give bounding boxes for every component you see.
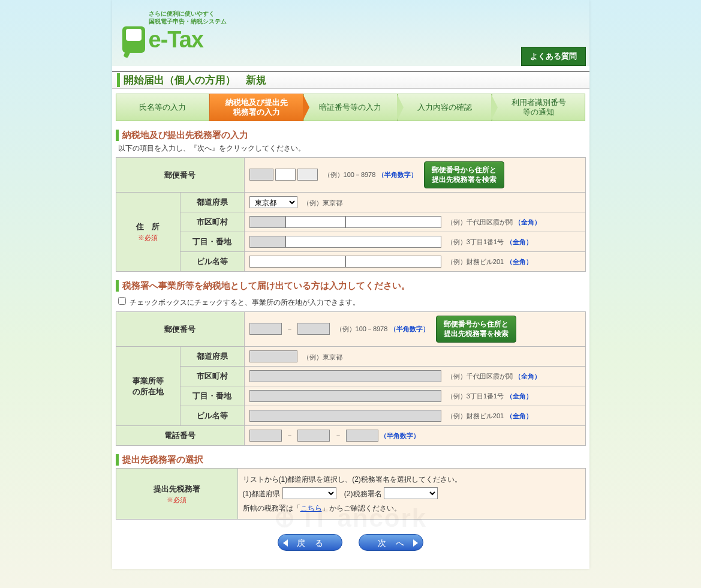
city-input-b[interactable] [285,216,345,228]
section2-title: 税務署へ事業所等を納税地として届け出ている方は入力してください。 [116,280,586,292]
city-input-c[interactable] [345,216,441,228]
off-city-input[interactable] [249,370,441,382]
progress-steps: 氏名等の入力 納税地及び提出先 税務署の入力 暗証番号等の入力 入力内容の確認 … [116,94,586,121]
bldg-input-b[interactable] [345,256,441,268]
office-check-note: チェックボックスにチェックすると、事業所の所在地が入力できます。 [130,298,360,307]
pref-example: （例）東京都 [303,199,342,206]
label-pref: 都道府県 [180,193,244,212]
section1-title: 納税地及び提出先税務署の入力 [116,130,586,141]
page-title: 開始届出（個人の方用） 新規 [117,73,589,87]
pref-select[interactable]: 東京都 [249,196,297,208]
full-width-hint-4: （全角） [515,373,541,380]
off-postal-2[interactable] [297,323,330,335]
label-pref-2: 都道府県 [180,347,244,367]
off-bldg-example: （例）財務ビル201 [447,412,504,419]
off-block-input[interactable] [249,390,441,402]
block-input-a[interactable] [249,236,285,248]
next-button[interactable]: 次 へ [359,534,423,551]
label-postal: 郵便番号 [116,158,244,193]
city-example: （例）千代田区霞が関 [447,218,513,226]
submit-office-table: 提出先税務署※必須 リストから(1)都道府県を選択し、(2)税務署名を選択してく… [116,468,586,520]
off-bldg-input[interactable] [249,410,441,422]
full-width-hint-1: （全角） [515,218,541,226]
submit-pref-label: (1)都道府県 [243,490,281,498]
page-title-bar: 開始届出（個人の方用） 新規 [112,71,589,89]
section1-note: 以下の項目を入力し、『次へ』をクリックしてください。 [118,143,586,154]
submit-office-line3b: 」からご確認ください。 [322,504,401,512]
tel-1[interactable] [249,430,282,442]
half-width-hint-3: （半角数字） [380,432,420,439]
submit-pref-select[interactable] [282,487,336,499]
header-tagline-1: さらに便利に使いやすく [149,10,215,17]
off-pref-example: （例）東京都 [303,353,342,361]
step-1: 氏名等の入力 [116,94,210,121]
label-office-loc: 事業所等 の所在地 [116,347,180,426]
faq-button[interactable]: よくある質問 [521,47,586,66]
step-3: 暗証番号等の入力 [303,94,398,121]
label-block: 丁目・番地 [180,232,244,252]
label-bldg-2: ビル名等 [180,406,244,426]
back-button[interactable]: 戻 る [278,534,342,551]
off-pref-select[interactable] [249,350,297,362]
logo-icon [122,26,145,53]
required-mark-2: ※必須 [121,496,233,505]
label-postal-2: 郵便番号 [116,312,244,347]
label-city: 市区町村 [180,212,244,232]
half-width-hint-2: （半角数字） [390,325,429,332]
off-block-example: （例）3丁目1番1号 [447,392,504,400]
label-address: 住 所※必須 [116,193,180,272]
block-input-b[interactable] [285,236,441,248]
full-width-hint-3: （全角） [506,258,532,265]
step-2: 納税地及び提出先 税務署の入力 [209,94,303,121]
label-block-2: 丁目・番地 [180,386,244,406]
block-example: （例）3丁目1番1号 [447,238,504,245]
bldg-input-a[interactable] [249,256,345,268]
tel-3[interactable] [346,430,378,442]
office-checkbox[interactable] [118,297,126,305]
postal-example: （例）100－8978 [324,171,376,178]
header-tagline-2: 国税電子申告・納税システム [149,18,227,25]
office-table: 郵便番号 － （例）100－8978 （半角数字） 郵便番号から住所と 提出先税… [116,311,586,446]
label-city-2: 市区町村 [180,367,244,386]
off-postal-example: （例）100－8978 [336,325,388,332]
submit-office-line1: リストから(1)都道府県を選択し、(2)税務署名を選択してください。 [243,472,580,487]
logo-text: e-Tax [149,27,203,53]
label-tel: 電話番号 [116,426,244,446]
header: さらに便利に使いやすく国税電子申告・納税システム e-Tax よくある質問 [112,0,589,66]
required-mark: ※必須 [121,233,175,242]
step-5: 利用者識別番号 等の通知 [492,94,586,121]
full-width-hint-5: （全角） [506,392,532,400]
step-4: 入力内容の確認 [398,94,492,121]
label-bldg: ビル名等 [180,252,244,272]
off-postal-1[interactable] [249,323,282,335]
submit-office-line3a: 所轄の税務署は「 [243,504,300,512]
bldg-example: （例）財務ビル201 [447,258,504,265]
off-city-example: （例）千代田区霞が関 [447,373,513,380]
label-submit-office: 提出先税務署※必須 [116,469,237,520]
address-table: 郵便番号 （例）100－8978 （半角数字） 郵便番号から住所と 提出先税務署… [116,157,586,272]
submit-office-select[interactable] [384,487,438,499]
postal-1-input[interactable] [249,169,273,181]
section3-title: 提出先税務署の選択 [116,454,586,466]
off-postal-lookup-button[interactable]: 郵便番号から住所と 提出先税務署を検索 [436,316,516,343]
tel-2[interactable] [297,430,330,442]
submit-office-label: (2)税務署名 [344,490,382,498]
postal-2-input[interactable] [275,169,296,181]
jurisdiction-link[interactable]: こちら [300,504,322,512]
full-width-hint-2: （全角） [506,238,532,245]
postal-3-input[interactable] [297,169,318,181]
full-width-hint-6: （全角） [506,412,532,419]
postal-lookup-button[interactable]: 郵便番号から住所と 提出先税務署を検索 [424,161,504,188]
half-width-hint: （半角数字） [378,171,417,178]
city-input-a[interactable] [249,216,285,228]
